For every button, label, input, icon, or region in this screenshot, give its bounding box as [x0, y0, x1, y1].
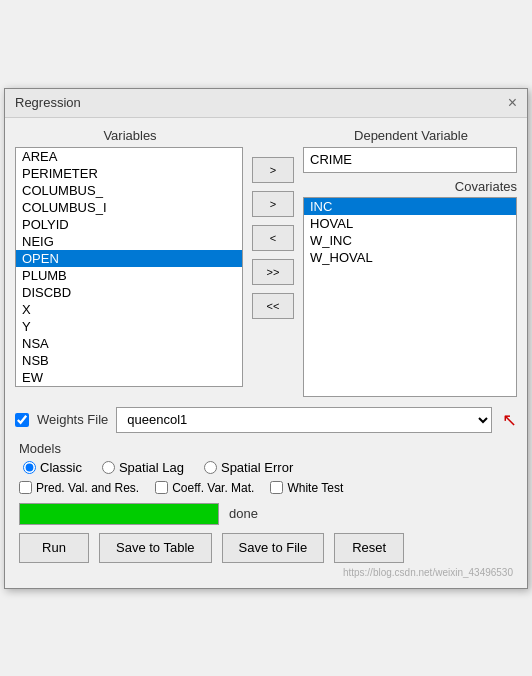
coeff-var-option[interactable]: Coeff. Var. Mat.	[155, 481, 254, 495]
white-test-option[interactable]: White Test	[270, 481, 343, 495]
classic-label: Classic	[40, 460, 82, 475]
classic-radio[interactable]	[23, 461, 36, 474]
coeff-var-label: Coeff. Var. Mat.	[172, 481, 254, 495]
list-item[interactable]: W_INC	[304, 232, 516, 249]
variables-list[interactable]: AREAPERIMETERCOLUMBUS_COLUMBUS_IPOLYIDNE…	[15, 147, 243, 387]
close-button[interactable]: ×	[508, 95, 517, 111]
list-item[interactable]: EW	[16, 369, 242, 386]
cursor-icon: ↖	[502, 409, 517, 431]
model-radio-row: Classic Spatial Lag Spatial Error	[23, 460, 517, 475]
move-right-dep-button[interactable]: >	[252, 157, 294, 183]
save-to-file-button[interactable]: Save to File	[222, 533, 325, 563]
coeff-var-checkbox[interactable]	[155, 481, 168, 494]
reset-button[interactable]: Reset	[334, 533, 404, 563]
move-right-cov-button[interactable]: >	[252, 191, 294, 217]
white-test-label: White Test	[287, 481, 343, 495]
spatial-lag-label: Spatial Lag	[119, 460, 184, 475]
dependent-variable-header-label: Dependent Variable	[305, 128, 517, 143]
main-row: AREAPERIMETERCOLUMBUS_COLUMBUS_IPOLYIDNE…	[15, 147, 517, 397]
list-item[interactable]: X	[16, 301, 242, 318]
list-item[interactable]: INC	[304, 198, 516, 215]
save-to-table-button[interactable]: Save to Table	[99, 533, 212, 563]
spatial-lag-radio[interactable]	[102, 461, 115, 474]
spatial-error-label: Spatial Error	[221, 460, 293, 475]
spatial-lag-option[interactable]: Spatial Lag	[102, 460, 184, 475]
dep-var-row	[303, 147, 517, 173]
list-item[interactable]: PERIMETER	[16, 165, 242, 182]
list-item[interactable]: HOVAL	[304, 215, 516, 232]
button-row: Run Save to Table Save to File Reset	[19, 533, 517, 563]
models-section: Models Classic Spatial Lag Spatial Error	[15, 441, 517, 495]
right-panel: Covariates INCHOVALW_INCW_HOVAL	[303, 147, 517, 397]
list-item[interactable]: W_HOVAL	[304, 249, 516, 266]
list-item[interactable]: DISCBD	[16, 284, 242, 301]
list-item[interactable]: POLYID	[16, 216, 242, 233]
progress-bar-fill	[20, 504, 218, 524]
progress-bar-container	[19, 503, 219, 525]
list-item[interactable]: PLUMB	[16, 267, 242, 284]
regression-window: Regression × Variables Dependent Variabl…	[4, 88, 528, 589]
columns-header: Variables Dependent Variable	[15, 128, 517, 143]
list-item[interactable]: CP	[16, 386, 242, 387]
list-item[interactable]: Y	[16, 318, 242, 335]
weights-row: Weights File queencol1 rookcol1 ↖	[15, 407, 517, 433]
content-area: Variables Dependent Variable AREAPERIMET…	[5, 118, 527, 588]
list-item[interactable]: AREA	[16, 148, 242, 165]
spatial-error-option[interactable]: Spatial Error	[204, 460, 293, 475]
classic-option[interactable]: Classic	[23, 460, 82, 475]
title-bar: Regression ×	[5, 89, 527, 118]
weights-checkbox[interactable]	[15, 413, 29, 427]
list-item[interactable]: COLUMBUS_	[16, 182, 242, 199]
move-left-cov-button[interactable]: <	[252, 225, 294, 251]
models-label: Models	[19, 441, 517, 456]
weights-dropdown[interactable]: queencol1 rookcol1	[116, 407, 492, 433]
list-item[interactable]: COLUMBUS_I	[16, 199, 242, 216]
white-test-checkbox[interactable]	[270, 481, 283, 494]
dependent-variable-input[interactable]	[303, 147, 517, 173]
list-item[interactable]: OPEN	[16, 250, 242, 267]
pred-val-option[interactable]: Pred. Val. and Res.	[19, 481, 139, 495]
list-item[interactable]: NEIG	[16, 233, 242, 250]
pred-val-checkbox[interactable]	[19, 481, 32, 494]
options-checkbox-row: Pred. Val. and Res. Coeff. Var. Mat. Whi…	[19, 481, 517, 495]
list-item[interactable]: NSA	[16, 335, 242, 352]
move-all-right-button[interactable]: >>	[252, 259, 294, 285]
move-all-left-button[interactable]: <<	[252, 293, 294, 319]
covariates-list[interactable]: INCHOVALW_INCW_HOVAL	[303, 197, 517, 397]
watermark-text: https://blog.csdn.net/weixin_43496530	[15, 567, 513, 578]
variables-header-label: Variables	[15, 128, 245, 143]
run-button[interactable]: Run	[19, 533, 89, 563]
weights-file-label: Weights File	[37, 412, 108, 427]
list-item[interactable]: NSB	[16, 352, 242, 369]
pred-val-label: Pred. Val. and Res.	[36, 481, 139, 495]
covariates-label: Covariates	[303, 179, 517, 194]
arrow-buttons-panel: > > < >> <<	[243, 147, 303, 319]
window-title: Regression	[15, 95, 81, 110]
progress-row: done	[19, 503, 517, 525]
spatial-error-radio[interactable]	[204, 461, 217, 474]
done-text: done	[229, 506, 258, 521]
